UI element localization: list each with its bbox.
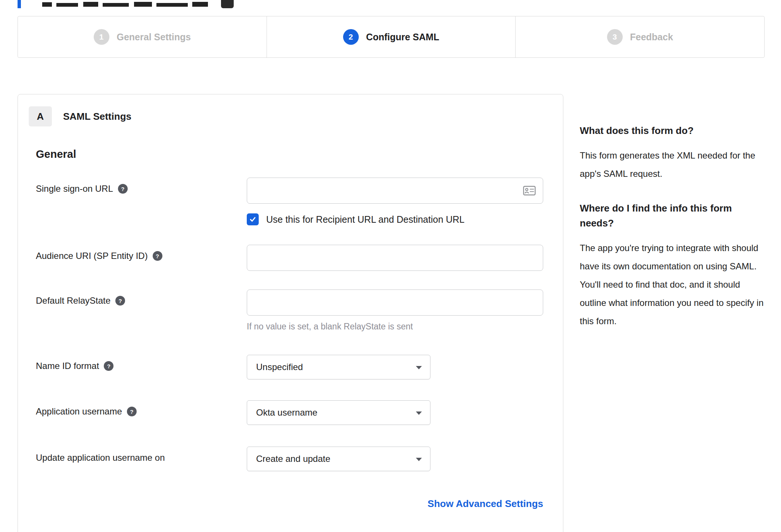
step-label: General Settings <box>117 32 191 43</box>
card-header: A SAML Settings <box>29 106 543 126</box>
sso-url-row: Single sign-on URL ? <box>36 178 543 225</box>
clipped-gear-icon <box>221 0 234 8</box>
step-feedback[interactable]: 3 Feedback <box>515 16 764 57</box>
card-title: SAML Settings <box>63 111 131 122</box>
update-username-value: Create and update <box>256 454 330 464</box>
help-icon[interactable]: ? <box>127 407 137 416</box>
sso-url-label: Single sign-on URL <box>36 184 113 194</box>
application-username-select[interactable]: Okta username <box>247 400 430 425</box>
contact-card-icon[interactable] <box>523 186 536 197</box>
help-icon[interactable]: ? <box>118 184 128 194</box>
show-advanced-settings-link[interactable]: Show Advanced Settings <box>427 498 543 509</box>
sso-url-input[interactable] <box>247 178 543 204</box>
wizard-stepper: 1 General Settings 2 Configure SAML 3 Fe… <box>18 16 765 58</box>
name-id-format-value: Unspecified <box>256 362 303 372</box>
checkmark-icon <box>249 216 256 223</box>
name-id-format-row: Name ID format ? Unspecified <box>36 355 543 379</box>
help-icon[interactable]: ? <box>115 296 125 306</box>
update-username-label: Update application username on <box>36 453 165 463</box>
general-section-title: General <box>36 148 543 160</box>
step-label: Feedback <box>630 32 673 43</box>
chevron-down-icon <box>416 411 422 415</box>
recipient-url-checkbox-label[interactable]: Use this for Recipient URL and Destinati… <box>266 214 464 225</box>
audience-uri-label: Audience URI (SP Entity ID) <box>36 251 148 261</box>
application-username-label: Application username <box>36 406 122 417</box>
step-configure-saml[interactable]: 2 Configure SAML <box>267 16 516 57</box>
update-username-select[interactable]: Create and update <box>247 447 430 471</box>
step-general-settings[interactable]: 1 General Settings <box>18 16 267 57</box>
saml-configuration-page: 1 General Settings 2 Configure SAML 3 Fe… <box>0 0 781 532</box>
application-username-value: Okta username <box>256 407 317 417</box>
clipped-logo-fragment <box>18 0 21 8</box>
chevron-down-icon <box>416 366 422 369</box>
help-answer-1: This form generates the XML needed for t… <box>580 146 768 183</box>
advanced-settings-row: Show Advanced Settings <box>36 498 543 510</box>
name-id-format-label: Name ID format <box>36 361 99 371</box>
chevron-down-icon <box>416 458 422 461</box>
relay-state-input[interactable] <box>247 290 543 316</box>
recipient-url-checkbox[interactable] <box>247 213 259 225</box>
relay-state-hint: If no value is set, a blank RelayState i… <box>247 322 543 332</box>
help-icon[interactable]: ? <box>104 361 113 371</box>
step-number-badge: 1 <box>94 29 109 45</box>
update-username-row: Update application username on Create an… <box>36 447 543 471</box>
name-id-format-select[interactable]: Unspecified <box>247 355 430 379</box>
help-sidebar: What does this form do? This form genera… <box>580 123 768 330</box>
relay-state-label: Default RelayState <box>36 295 111 306</box>
step-label: Configure SAML <box>366 32 439 43</box>
saml-settings-card: A SAML Settings General Single sign-on U… <box>18 94 563 532</box>
help-question-2: Where do I find the info this form needs… <box>580 201 768 231</box>
recipient-url-checkbox-row: Use this for Recipient URL and Destinati… <box>247 213 543 225</box>
audience-uri-row: Audience URI (SP Entity ID) ? <box>36 245 543 271</box>
step-number-badge: 2 <box>343 29 359 45</box>
step-number-badge: 3 <box>607 29 623 45</box>
clipped-page-header <box>18 0 279 10</box>
saml-settings-form: Single sign-on URL ? <box>36 178 543 510</box>
relay-state-row: Default RelayState ? If no value is set,… <box>36 290 543 332</box>
audience-uri-input[interactable] <box>247 245 543 271</box>
application-username-row: Application username ? Okta username <box>36 400 543 425</box>
help-question-1: What does this form do? <box>580 123 768 138</box>
section-a-badge: A <box>29 106 52 126</box>
help-answer-2: The app you're trying to integrate with … <box>580 239 768 330</box>
help-icon[interactable]: ? <box>153 251 162 261</box>
